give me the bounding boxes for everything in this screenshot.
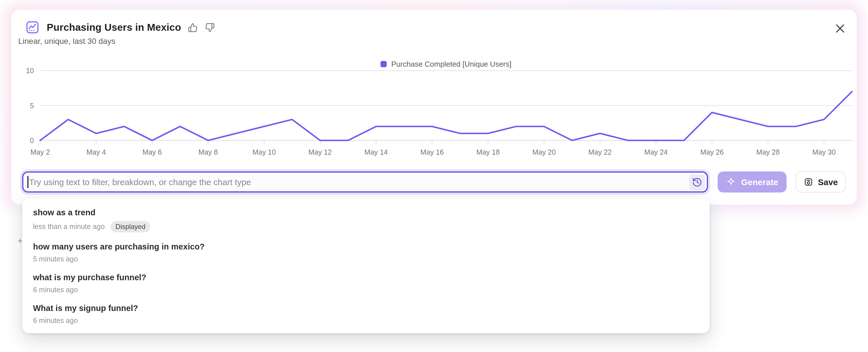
thumbs-down-icon — [205, 23, 215, 32]
plus-mark: + — [18, 236, 23, 246]
svg-text:May 4: May 4 — [87, 148, 106, 156]
history-query: show as a trend — [33, 207, 699, 218]
svg-text:May 22: May 22 — [588, 148, 612, 156]
svg-text:May 10: May 10 — [252, 148, 276, 156]
save-label: Save — [818, 177, 838, 187]
text-caret — [27, 176, 28, 188]
svg-text:May 2: May 2 — [30, 148, 50, 156]
history-item[interactable]: how many users are purchasing in mexico?… — [22, 237, 710, 268]
svg-text:May 20: May 20 — [532, 148, 556, 156]
prompt-input[interactable] — [22, 171, 708, 193]
svg-text:May 28: May 28 — [756, 148, 780, 156]
thumbs-up-button[interactable] — [188, 22, 198, 32]
close-icon — [835, 23, 845, 34]
history-time: less than a minute ago — [33, 223, 105, 231]
svg-text:May 26: May 26 — [700, 148, 724, 156]
svg-text:May 12: May 12 — [308, 148, 332, 156]
svg-text:May 30: May 30 — [812, 148, 836, 156]
sparkle-icon — [726, 177, 736, 187]
prompt-bar: Generate Save — [22, 171, 846, 193]
svg-text:0: 0 — [30, 136, 34, 145]
card-header: Purchasing Users in Mexico — [26, 21, 215, 34]
history-meta: 6 minutes ago — [33, 317, 699, 325]
chart-settings-summary: Linear, unique, last 30 days — [18, 36, 115, 45]
history-time: 5 minutes ago — [33, 255, 78, 263]
line-chart: 0510May 2May 4May 6May 8May 10May 12May … — [21, 55, 857, 161]
history-meta: 5 minutes ago — [33, 255, 699, 263]
prompt-input-wrap — [22, 171, 708, 193]
page-title: Purchasing Users in Mexico — [47, 21, 181, 33]
history-item[interactable]: What is my signup funnel? 6 minutes ago — [22, 298, 710, 329]
svg-text:10: 10 — [26, 67, 34, 75]
svg-text:May 6: May 6 — [143, 148, 162, 156]
history-time: 6 minutes ago — [33, 286, 78, 294]
history-item[interactable]: what is my purchase funnel? 6 minutes ag… — [22, 268, 710, 298]
history-meta: less than a minute ago Displayed — [33, 221, 699, 232]
svg-text:5: 5 — [30, 102, 34, 110]
svg-text:May 24: May 24 — [645, 148, 668, 156]
svg-text:May 8: May 8 — [198, 148, 218, 156]
chart-card: Purchasing Users in Mexico Linear, uniqu… — [11, 10, 857, 204]
history-meta: 6 minutes ago — [33, 286, 699, 294]
save-button[interactable]: Save — [796, 171, 846, 193]
history-query: What is my signup funnel? — [33, 303, 699, 314]
generate-button[interactable]: Generate — [718, 171, 787, 193]
save-icon — [804, 177, 813, 187]
displayed-badge: Displayed — [111, 221, 151, 232]
generate-label: Generate — [741, 177, 778, 187]
svg-text:May 14: May 14 — [365, 148, 388, 156]
trend-chart-svg: 0510May 2May 4May 6May 8May 10May 12May … — [21, 55, 857, 161]
svg-text:May 18: May 18 — [476, 148, 500, 156]
spark-query-overlay: Purchasing Users in Mexico Linear, uniqu… — [0, 0, 868, 352]
close-button[interactable] — [835, 23, 845, 34]
history-button[interactable] — [689, 174, 705, 190]
history-icon — [692, 177, 703, 187]
history-dropdown: show as a trend less than a minute ago D… — [22, 198, 710, 333]
line-chart-icon — [26, 21, 39, 34]
history-query: how many users are purchasing in mexico? — [33, 242, 699, 252]
history-query: what is my purchase funnel? — [33, 272, 699, 283]
thumbs-up-icon — [188, 23, 198, 32]
svg-text:May 16: May 16 — [420, 148, 444, 156]
history-time: 6 minutes ago — [33, 317, 78, 325]
history-item[interactable]: show as a trend less than a minute ago D… — [22, 203, 710, 237]
thumbs-down-button[interactable] — [205, 22, 215, 32]
